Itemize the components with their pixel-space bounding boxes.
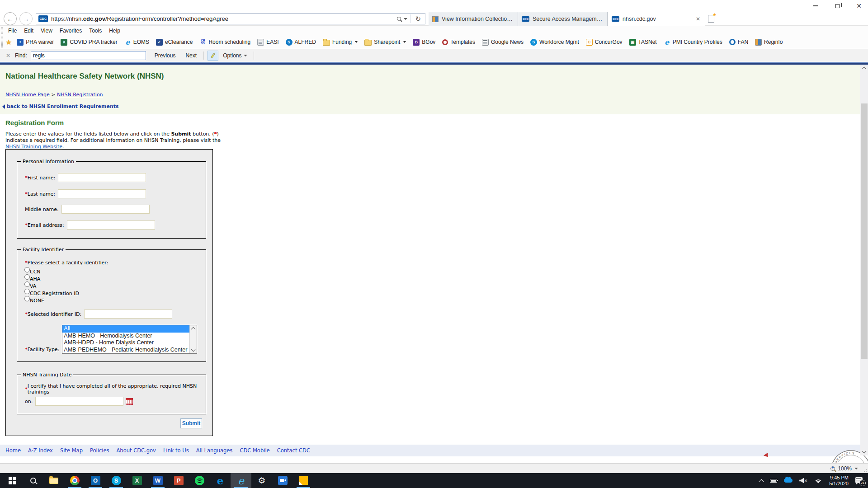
radio-none[interactable]: NONE — [24, 296, 44, 304]
favorite-templates[interactable]: Templates — [442, 39, 475, 45]
favorite-covid-pra-tracker[interactable]: XCOVID PRA tracker — [61, 39, 117, 46]
footer-link-link-to-us[interactable]: Link to Us — [163, 447, 189, 454]
taskbar-camera-app[interactable] — [272, 473, 293, 488]
scrollbar-thumb[interactable] — [861, 103, 868, 359]
middle-name-input[interactable] — [61, 205, 150, 214]
favorite-google-news[interactable]: Google News — [482, 39, 524, 46]
menu-view[interactable]: View — [37, 28, 56, 34]
radio-va[interactable]: VA — [24, 282, 36, 289]
resize-grip[interactable] — [862, 467, 867, 472]
listbox-scrollbar[interactable] — [189, 325, 197, 353]
footer-link-home[interactable]: Home — [5, 447, 21, 454]
radio-cdc-registration-id[interactable]: CDC Registration ID — [24, 289, 79, 296]
favorite-room-scheduling[interactable]: CRSSRoom scheduling — [199, 39, 250, 46]
tray-network[interactable] — [814, 478, 822, 483]
footer-link-policies[interactable]: Policies — [90, 447, 109, 454]
favorite-reginfo[interactable]: Reginfo — [755, 39, 783, 46]
listbox-option-amb-hdpd[interactable]: AMB-HDPD - Home Dialysis Center — [62, 339, 189, 347]
tab-view-information-collection[interactable]: View Information Collection R... — [429, 12, 518, 26]
radio-icon[interactable] — [24, 289, 30, 294]
taskbar-excel[interactable]: X — [127, 473, 147, 488]
tray-volume[interactable]: ✕ — [799, 478, 807, 483]
favorite-easi[interactable]: EASI — [257, 39, 278, 46]
taskbar-outlook[interactable]: O — [85, 473, 106, 488]
highlight-all-button[interactable] — [208, 51, 218, 61]
favorite-pmi-country-profiles[interactable]: ePMI Country Profiles — [664, 39, 722, 46]
find-previous-button[interactable]: Previous — [150, 52, 181, 59]
favorite-eoms[interactable]: eEOMS — [124, 39, 149, 46]
menu-file[interactable]: File — [5, 28, 20, 34]
radio-icon[interactable] — [24, 267, 30, 272]
favorite-pra-waiver[interactable]: ⠿PRA waiver — [17, 39, 54, 46]
close-tab-icon[interactable]: ✕ — [695, 16, 701, 22]
taskbar-search-button[interactable] — [23, 473, 43, 488]
listbox-option-all[interactable]: All — [62, 325, 189, 333]
start-button[interactable] — [2, 473, 23, 488]
taskbar-powerpoint[interactable]: P — [168, 473, 189, 488]
scroll-up-button[interactable] — [860, 65, 868, 72]
breadcrumb-registration-link[interactable]: NHSN Registration — [57, 92, 103, 98]
selected-identifier-id-input[interactable] — [84, 310, 172, 319]
back-button[interactable]: ← — [4, 12, 17, 25]
email-input[interactable] — [67, 221, 155, 230]
submit-button[interactable]: Submit — [180, 418, 202, 428]
favorite-tasnet[interactable]: ▣TASNet — [629, 39, 657, 46]
close-button[interactable]: ✕ — [854, 2, 863, 9]
taskbar-file-explorer[interactable] — [43, 473, 64, 488]
scroll-up-icon[interactable] — [191, 327, 196, 332]
footer-link-az-index[interactable]: A-Z Index — [28, 447, 53, 454]
menu-favorites[interactable]: Favorites — [56, 28, 85, 34]
first-name-input[interactable] — [58, 173, 146, 182]
calendar-icon[interactable] — [126, 398, 133, 405]
scroll-down-button[interactable] — [860, 448, 868, 455]
favorite-alfred[interactable]: SALFRED — [286, 39, 316, 46]
find-next-button[interactable]: Next — [180, 52, 202, 59]
tab-nhsn-cdc-gov[interactable]: CDC nhsn.cdc.gov ✕ — [608, 12, 705, 26]
close-find-icon[interactable]: ✕ — [6, 52, 10, 59]
tray-expand-button[interactable] — [760, 478, 763, 483]
menu-help[interactable]: Help — [105, 28, 124, 34]
scroll-down-icon[interactable] — [191, 347, 196, 352]
search-dropdown-icon[interactable] — [404, 18, 407, 20]
radio-icon[interactable] — [24, 282, 30, 287]
footer-link-all-languages[interactable]: All Languages — [196, 447, 233, 454]
training-date-input[interactable] — [35, 397, 123, 406]
find-input[interactable] — [31, 51, 146, 60]
favorites-bar-star-icon[interactable]: ★ — [5, 38, 12, 47]
taskbar-settings[interactable]: ⚙ — [251, 473, 272, 488]
footer-link-site-map[interactable]: Site Map — [60, 447, 83, 454]
menu-tools[interactable]: Tools — [85, 28, 105, 34]
tray-onedrive[interactable] — [784, 479, 793, 483]
notification-center-button[interactable]: 21 — [855, 477, 864, 484]
facility-type-listbox[interactable]: All AMB-HEMO - Hemodialysis Center AMB-H… — [62, 325, 197, 354]
listbox-option-amb-hemo[interactable]: AMB-HEMO - Hemodialysis Center — [62, 333, 189, 340]
taskbar-word[interactable]: W — [147, 473, 168, 488]
taskbar-edge[interactable]: e — [210, 473, 231, 488]
last-name-input[interactable] — [58, 189, 146, 198]
forward-button[interactable]: → — [19, 12, 33, 25]
radio-icon[interactable] — [24, 274, 30, 280]
minimize-button[interactable] — [811, 2, 820, 9]
favorite-eclearance[interactable]: ✓eClearance — [156, 39, 193, 46]
radio-icon[interactable] — [24, 296, 30, 301]
favorite-concurgov[interactable]: CConcurGov — [586, 39, 623, 46]
tray-battery[interactable] — [770, 479, 777, 483]
address-bar[interactable]: CDC https://nhsn.cdc.gov/RegistrationFor… — [36, 13, 425, 24]
favorite-funding[interactable]: Funding — [323, 39, 358, 46]
taskbar-internet-explorer[interactable]: e — [231, 473, 251, 488]
back-to-enrollment-link[interactable]: back to NHSN Enrollment Requirements — [2, 103, 119, 109]
favorite-workforce-mgmt[interactable]: SWorkforce Mgmt — [530, 39, 579, 46]
breadcrumb-home-link[interactable]: NHSN Home Page — [5, 92, 50, 98]
refresh-icon[interactable]: ↻ — [411, 15, 425, 23]
footer-link-contact-cdc[interactable]: Contact CDC — [277, 447, 310, 454]
radio-aha[interactable]: AHA — [24, 274, 40, 282]
restore-button[interactable] — [833, 2, 842, 9]
taskbar-clock[interactable]: 9:45 PM 5/1/2020 — [829, 475, 849, 487]
favorite-bgov[interactable]: BBGov — [413, 39, 435, 46]
taskbar-chrome[interactable] — [64, 473, 85, 488]
favorite-fan[interactable]: FAN — [729, 39, 748, 45]
find-options-button[interactable]: Options — [218, 52, 252, 59]
footer-link-about-cdc[interactable]: About CDC.gov — [117, 447, 156, 454]
taskbar-spotify[interactable] — [189, 473, 210, 488]
new-tab-button[interactable] — [705, 12, 717, 26]
